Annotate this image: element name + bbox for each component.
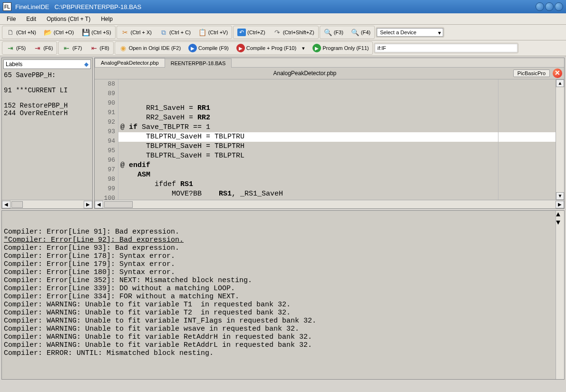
output-line: Compiler: WARNING: Unable to fit variabl…: [4, 325, 562, 333]
open-folder-icon: 📂: [44, 28, 52, 37]
code-line[interactable]: TBLPTRU_SaveH = TBLPTRU: [118, 132, 556, 142]
code-line[interactable]: endif: [118, 199, 556, 200]
scroll-right-icon[interactable]: ▶: [84, 201, 92, 208]
line-gutter: 888990919293949596979899100: [95, 79, 118, 200]
output-line: Compiler: Error[Line 180]: Syntax error.: [4, 268, 562, 276]
menubar: File Edit Options (Ctrl + T) Help: [0, 13, 566, 25]
open-button[interactable]: 📂(Ctrl +O): [40, 27, 77, 38]
step-icon: ⇥: [6, 44, 15, 52]
scroll-left-icon[interactable]: ◀: [95, 201, 103, 208]
scroll-down-icon[interactable]: ▼: [556, 219, 564, 227]
labels-combo[interactable]: Labels ◆: [3, 59, 91, 69]
play-icon: ▶: [312, 44, 321, 52]
copy-icon: ⧉: [159, 28, 168, 37]
clipboard-icon: 📋: [198, 28, 207, 37]
output-line: Compiler: WARNING: Unable to fit variabl…: [4, 333, 562, 341]
copy-button[interactable]: ⧉(Ctrl + C): [156, 27, 194, 38]
breakpoint-icon: ⇤: [90, 44, 98, 52]
close-button[interactable]: [555, 2, 563, 11]
output-line: Compiler: WARNING: Unable to fit variabl…: [4, 317, 562, 325]
code-line[interactable]: TBLPTRL_SaveH = TBLPTRL: [118, 151, 556, 161]
program-only-button[interactable]: ▶Program Only (F11): [309, 42, 372, 54]
code-line[interactable]: @ if Save_TBLPTR == 1: [118, 123, 556, 132]
minimize-button[interactable]: [536, 2, 544, 11]
f5-button[interactable]: ⇥(F5): [3, 42, 29, 54]
compile-prog-button[interactable]: ▶Compile + Prog (F10) ▾: [233, 42, 309, 54]
redo-button[interactable]: ↷(Ctrl+Shift+Z): [270, 27, 318, 38]
editor-panel: AnalogPeakDetector.pbp REENTERPBP-18.BAS…: [94, 58, 565, 209]
labels-list[interactable]: 65 SavePBP_H: 91 ***CURRENT LI 152 Resto…: [2, 70, 92, 200]
chevron-down-icon: ◆: [84, 61, 88, 68]
document-header: AnalogPeakDetector.pbp PicBasicPro ✕: [95, 68, 564, 79]
list-item[interactable]: 91 ***CURRENT LI: [4, 87, 90, 94]
tab-reenterpbp[interactable]: REENTERPBP-18.BAS: [165, 59, 232, 68]
output-line: Compiler: WARNING: Unable to fit variabl…: [4, 301, 562, 309]
list-item[interactable]: 152 RestorePBP_H: [4, 102, 90, 109]
output-line: Compiler: Error[Line 91]: Bad expression…: [4, 228, 562, 236]
if-textbox[interactable]: if:IF: [375, 44, 517, 52]
compile-button[interactable]: ▶Compile (F9): [185, 42, 232, 54]
new-file-icon: 🗋: [6, 28, 15, 37]
f7-button[interactable]: ⇤(F7): [59, 42, 85, 54]
editor-tabs: AnalogPeakDetector.pbp REENTERPBP-18.BAS: [95, 58, 564, 68]
scroll-up-icon[interactable]: ▲: [556, 211, 564, 219]
save-button[interactable]: 💾(Ctrl +S): [78, 27, 114, 38]
new-button[interactable]: 🗋(Ctrl +N): [3, 27, 39, 38]
scroll-left-icon[interactable]: ◀: [2, 201, 10, 208]
maximize-button[interactable]: [545, 2, 554, 11]
gear-icon: ◉: [119, 44, 127, 52]
device-select[interactable]: Select a Device: [377, 28, 443, 37]
list-item[interactable]: [4, 94, 90, 102]
menu-help[interactable]: Help: [96, 14, 117, 24]
output-vscroll[interactable]: ▲ ▼: [556, 211, 564, 379]
list-item[interactable]: 65 SavePBP_H:: [4, 71, 90, 79]
cut-button[interactable]: ✂(Ctrl + X): [117, 27, 155, 38]
output-line: Compiler: ERROR: UNTIL: Mismatched block…: [4, 349, 562, 357]
code-content[interactable]: RR1_SaveH = RR1 RR2_SaveH = RR2@ if Save…: [118, 79, 556, 200]
code-line[interactable]: TBLPTRH_SaveH = TBLPTRH: [118, 142, 556, 151]
open-ide-button[interactable]: ◉Open in Origi IDE (F2): [116, 42, 184, 54]
scroll-up-icon[interactable]: ▲: [556, 79, 564, 87]
play-icon: ▶: [188, 44, 197, 52]
undo-button[interactable]: ↶(Ctrl+Z): [234, 27, 269, 38]
list-item[interactable]: [4, 79, 90, 87]
menu-options[interactable]: Options (Ctrl + T): [42, 14, 95, 24]
breakpoint-icon: ⇥: [33, 44, 42, 52]
print-margin: [498, 79, 498, 200]
code-line[interactable]: MOVE?BB RS1, _RS1_SaveH: [118, 189, 556, 199]
close-document-button[interactable]: ✕: [553, 69, 562, 78]
scroll-down-icon[interactable]: ▼: [556, 192, 564, 200]
find-next-button[interactable]: 🔍(F4): [348, 27, 374, 38]
code-line[interactable]: ifdef RS1: [118, 180, 556, 189]
magnifier-icon: 🔍: [324, 28, 332, 37]
toolbar-row-1: 🗋(Ctrl +N) 📂(Ctrl +O) 💾(Ctrl +S) ✂(Ctrl …: [0, 25, 566, 40]
find-button[interactable]: 🔍(F3): [321, 27, 347, 38]
scroll-right-icon[interactable]: ▶: [556, 201, 564, 208]
output-line: "Compiler: Error[Line 92]: Bad expressio…: [4, 236, 562, 244]
output-line: Compiler: Error[Line 93]: Bad expression…: [4, 244, 562, 252]
window-title: FineLineIDE C:\PBP\REENTERPBP-18.BAS: [15, 3, 141, 10]
code-line[interactable]: ASM: [118, 170, 556, 180]
redo-icon: ↷: [273, 28, 282, 37]
document-title: AnalogPeakDetector.pbp: [97, 70, 513, 77]
workspace: Labels ◆ 65 SavePBP_H: 91 ***CURRENT LI …: [0, 56, 566, 210]
code-line[interactable]: RR2_SaveH = RR2: [118, 113, 556, 123]
paste-button[interactable]: 📋(Ctrl +V): [195, 27, 231, 38]
menu-file[interactable]: File: [2, 14, 20, 24]
editor-hscroll[interactable]: ◀ ▶: [95, 200, 564, 208]
f6-button[interactable]: ⇥(F6): [30, 42, 56, 54]
menu-edit[interactable]: Edit: [21, 14, 41, 24]
list-item[interactable]: 244 OverReEnterH: [4, 109, 90, 117]
code-line[interactable]: @ endif: [118, 161, 556, 170]
chevron-down-icon: ▾: [302, 45, 305, 51]
compiler-output[interactable]: Compiler: Error[Line 91]: Bad expression…: [1, 210, 565, 380]
editor-vscroll[interactable]: ▲ ▼: [556, 79, 564, 200]
f8-button[interactable]: ⇤(F8): [87, 42, 113, 54]
save-icon: 💾: [81, 28, 90, 37]
undo-icon: ↶: [237, 29, 246, 36]
sidebar-hscroll[interactable]: ◀ ▶: [2, 200, 92, 208]
output-line: Compiler: Error[Line 352]: NEXT: Mismatc…: [4, 276, 562, 284]
tab-analogpeak[interactable]: AnalogPeakDetector.pbp: [95, 58, 165, 67]
code-line[interactable]: RR1_SaveH = RR1: [118, 104, 556, 113]
titlebar: FL FineLineIDE C:\PBP\REENTERPBP-18.BAS: [0, 0, 566, 13]
